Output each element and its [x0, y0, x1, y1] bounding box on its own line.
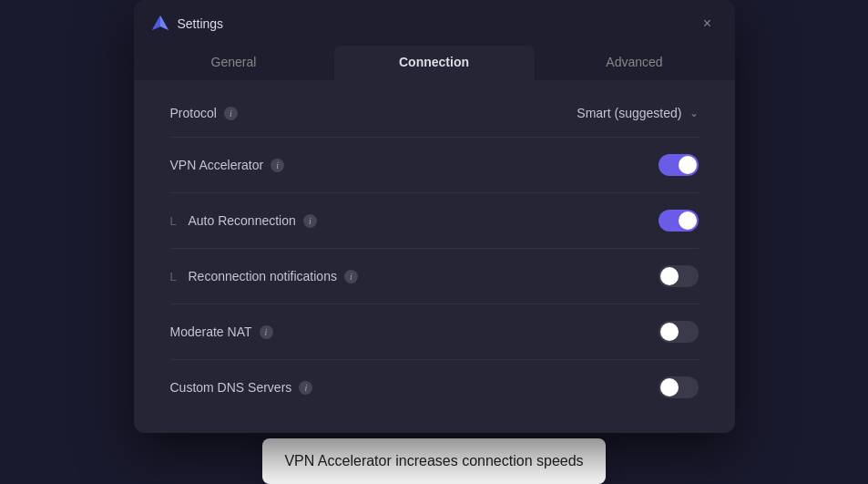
protocol-row: Protocol i Smart (suggested) ⌄	[170, 89, 699, 138]
protocol-label: Protocol i	[170, 106, 238, 120]
vpn-accelerator-toggle[interactable]	[659, 154, 699, 176]
vpn-accelerator-row: VPN Accelerator i	[170, 138, 699, 193]
reconnection-notifications-row: Reconnection notifications i	[170, 249, 699, 304]
titlebar-left: Settings	[150, 14, 224, 34]
settings-window: Settings × General Connection Advanced P…	[134, 0, 735, 433]
app-logo-icon	[150, 14, 170, 34]
chevron-down-icon: ⌄	[689, 107, 699, 119]
moderate-nat-label: Moderate NAT i	[170, 324, 273, 339]
auto-reconnection-label: Auto Reconnection i	[170, 213, 317, 228]
svg-marker-1	[160, 15, 168, 30]
reconnection-notifications-toggle-knob	[660, 267, 679, 285]
moderate-nat-info-icon[interactable]: i	[260, 325, 273, 339]
tooltip-text: VPN Accelerator increases connection spe…	[284, 453, 583, 469]
moderate-nat-toggle[interactable]	[659, 321, 699, 343]
tabs-bar: General Connection Advanced	[134, 35, 735, 80]
tooltip-bar: VPN Accelerator increases connection spe…	[262, 438, 605, 484]
titlebar: Settings ×	[134, 0, 735, 35]
auto-reconnection-row: Auto Reconnection i	[170, 193, 699, 249]
auto-reconnection-toggle[interactable]	[659, 210, 699, 232]
screen-wrapper: Settings × General Connection Advanced P…	[0, 0, 868, 484]
protocol-info-icon[interactable]: i	[224, 107, 238, 120]
custom-dns-label: Custom DNS Servers i	[170, 380, 313, 395]
svg-marker-2	[152, 15, 160, 30]
tab-general[interactable]: General	[134, 46, 334, 80]
close-button[interactable]: ×	[697, 13, 719, 35]
custom-dns-toggle[interactable]	[659, 376, 699, 398]
reconnection-notifications-label: Reconnection notifications i	[170, 269, 358, 283]
tab-connection[interactable]: Connection	[334, 46, 535, 80]
vpn-accelerator-info-icon[interactable]: i	[271, 159, 284, 172]
moderate-nat-toggle-knob	[660, 323, 679, 341]
auto-reconnection-info-icon[interactable]: i	[303, 214, 317, 228]
vpn-accelerator-toggle-knob	[679, 156, 697, 174]
custom-dns-row: Custom DNS Servers i	[170, 360, 699, 415]
tab-advanced[interactable]: Advanced	[535, 46, 735, 80]
window-title: Settings	[178, 16, 224, 31]
reconnection-notifications-toggle[interactable]	[659, 265, 699, 287]
custom-dns-toggle-knob	[660, 378, 679, 396]
vpn-accelerator-label: VPN Accelerator i	[170, 158, 285, 172]
content-area: Protocol i Smart (suggested) ⌄ VPN Accel…	[134, 80, 735, 433]
protocol-select[interactable]: Smart (suggested) ⌄	[577, 106, 698, 120]
auto-reconnection-toggle-knob	[679, 211, 697, 230]
reconnection-notifications-info-icon[interactable]: i	[344, 270, 358, 283]
moderate-nat-row: Moderate NAT i	[170, 304, 699, 360]
custom-dns-info-icon[interactable]: i	[299, 381, 312, 395]
